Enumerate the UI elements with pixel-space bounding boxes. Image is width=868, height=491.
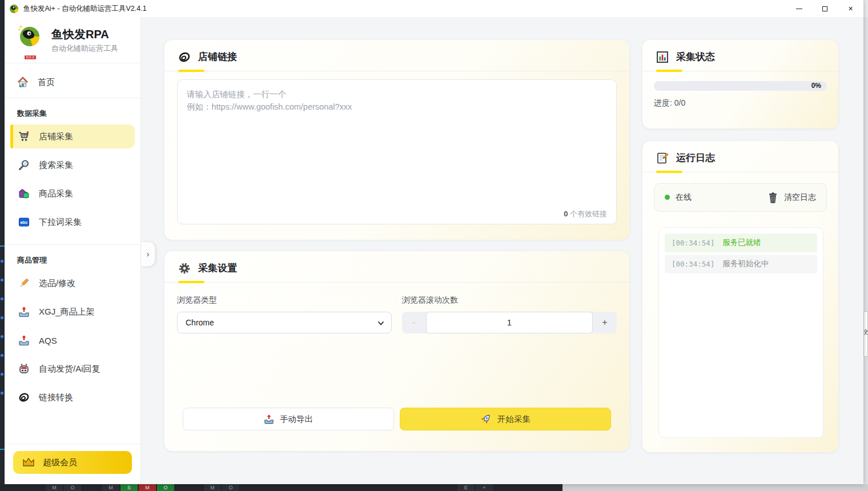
taskbar-tile[interactable]: O (64, 484, 81, 491)
window-controls: × (786, 0, 863, 17)
card-title: 采集状态 (676, 50, 715, 63)
brand-block: 鱼快发 ·········· 鱼快发RPA 自动化辅助运营工具 (5, 17, 140, 63)
sidebar-item-aqs[interactable]: AQS (10, 328, 135, 352)
sidebar-item-home[interactable]: 首页 (9, 70, 136, 94)
sidebar-item-label: 选品/修改 (39, 278, 75, 289)
link-swirl-icon (18, 392, 30, 403)
shop-links-card: 店铺链接 0 个有效链接 (164, 40, 629, 240)
browser-type-label: 浏览器类型 (177, 295, 392, 305)
gear-icon (178, 262, 191, 275)
windows-taskbar[interactable]: M O M S M O M O E + (0, 484, 562, 491)
divider (5, 444, 140, 444)
sidebar-item-shop-collect[interactable]: 店铺采集 (10, 124, 135, 148)
fish-logo-icon (16, 24, 42, 50)
taskbar-tile[interactable]: M (204, 484, 221, 491)
shop-links-textarea[interactable] (178, 80, 616, 224)
sidebar-item-xgj-listing[interactable]: XGJ_商品上架 (10, 300, 135, 324)
title-underline (642, 172, 838, 172)
backdrop-dot (1, 373, 3, 376)
background-window-right-strip: 效 (863, 17, 868, 484)
search-icon (18, 159, 30, 171)
maximize-icon (822, 6, 827, 11)
manual-export-label: 手动导出 (280, 414, 313, 425)
memo-icon (656, 152, 669, 164)
trash-icon (767, 192, 778, 203)
robot-icon (18, 363, 30, 375)
taskbar-tile[interactable]: S (120, 484, 138, 491)
super-member-label: 超级会员 (43, 457, 77, 468)
online-dot-icon (665, 195, 670, 200)
sidebar-item-dropdown-word-collect[interactable]: abc 下拉词采集 (10, 210, 135, 234)
title-bar[interactable]: 鱼快发Ai+ - 自动化辅助运营工具V2.4.1 × (5, 0, 863, 17)
taskbar-tile[interactable]: M (139, 484, 156, 491)
minimize-button[interactable] (786, 0, 812, 17)
sidebar-item-auto-ship-ai-reply[interactable]: 自动发货/Ai回复 (10, 357, 135, 381)
browser-type-value: Chrome (186, 318, 214, 327)
abc-icon: abc (18, 216, 30, 228)
svg-text:abc: abc (21, 220, 28, 225)
home-icon (17, 77, 29, 88)
chevron-right-icon: › (147, 249, 150, 259)
brand-slogan: 自动化辅助运营工具 (51, 43, 118, 54)
sidebar-item-link-convert[interactable]: 链接转换 (10, 385, 135, 409)
shop-links-inputbox: 0 个有效链接 (177, 79, 617, 224)
title-underline (642, 71, 838, 71)
taskbar-tile[interactable]: M (102, 484, 119, 491)
manual-export-button[interactable]: 手动导出 (183, 408, 394, 430)
stepper-minus-button[interactable]: - (402, 312, 426, 333)
background-window-left-strip (0, 0, 5, 491)
logo-caption: 鱼快发 (25, 55, 36, 59)
log-panel[interactable]: [00:34:54] 服务已就绪 [00:34:54] 服务初始化中 (658, 227, 823, 438)
sidebar-section-data-collect: 数据采集 (17, 108, 140, 119)
sidebar-item-label: AQS (39, 336, 57, 345)
stepper-plus-button[interactable]: + (593, 312, 617, 333)
taskbar-tile[interactable]: O (222, 484, 239, 491)
cart-icon (18, 131, 30, 142)
sidebar-item-label: 链接转换 (39, 392, 73, 403)
sidebar-collapse-handle[interactable]: › (141, 242, 155, 267)
maximize-button[interactable] (812, 0, 838, 17)
close-button[interactable]: × (838, 0, 863, 17)
online-label: 在线 (676, 192, 692, 203)
windows-taskbar-light-segment (562, 484, 868, 491)
collect-settings-card: 采集设置 浏览器类型 Chrome (164, 251, 629, 451)
valid-link-count-suffix: 个有效链接 (568, 210, 607, 218)
progress-percent: 0% (811, 82, 821, 90)
clear-log-button[interactable]: 清空日志 (767, 192, 816, 203)
log-timestamp: [00:34:54] (672, 260, 714, 268)
taskbar-tile[interactable]: + (476, 484, 493, 491)
export-tray-icon (264, 414, 274, 424)
sidebar-item-label: 下拉词采集 (39, 217, 82, 228)
start-collect-button[interactable]: 开始采集 (400, 408, 611, 430)
rocket-icon (480, 413, 492, 425)
taskbar-tile[interactable]: O (157, 484, 174, 491)
scroll-count-stepper: - 1 + (402, 312, 617, 333)
clear-log-label: 清空日志 (784, 192, 816, 203)
brand-logo: 鱼快发 ·········· (16, 24, 45, 57)
card-title: 运行日志 (676, 151, 715, 164)
sidebar: 鱼快发 ·········· 鱼快发RPA 自动化辅助运营工具 首页 数据 (5, 17, 141, 484)
sidebar-item-search-collect[interactable]: 搜索采集 (10, 153, 135, 177)
title-underline (164, 282, 629, 283)
start-collect-label: 开始采集 (497, 414, 531, 425)
backdrop-dot (1, 279, 3, 281)
taskbar-tile[interactable]: E (457, 484, 475, 491)
scroll-count-label: 浏览器滚动次数 (402, 295, 617, 305)
minimize-icon (796, 9, 802, 9)
progress-bar: 0% (654, 81, 827, 91)
upload-tray-icon (18, 306, 30, 317)
backdrop-dot (1, 260, 3, 263)
browser-type-select[interactable]: Chrome (177, 312, 392, 333)
pencil-icon (18, 277, 30, 289)
scroll-count-input[interactable]: 1 (426, 312, 593, 333)
sidebar-item-product-collect[interactable]: 商品采集 (10, 182, 135, 206)
backdrop-dot (1, 316, 3, 319)
log-timestamp: [00:34:54] (672, 239, 714, 247)
sidebar-item-label: XGJ_商品上架 (39, 307, 95, 317)
sidebar-item-select-edit[interactable]: 选品/修改 (10, 271, 135, 295)
sidebar-item-label: 首页 (38, 77, 55, 88)
progress-label: 进度: 0/0 (654, 98, 827, 108)
super-member-button[interactable]: 超级会员 (13, 451, 132, 474)
log-entry: [00:34:54] 服务初始化中 (665, 255, 817, 273)
taskbar-tile[interactable]: M (46, 484, 63, 491)
